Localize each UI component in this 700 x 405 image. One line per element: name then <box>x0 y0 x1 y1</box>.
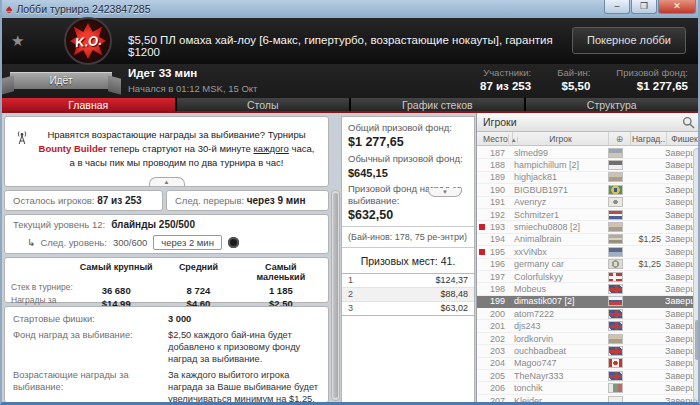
left-scrollbar-thumb[interactable] <box>333 193 338 398</box>
players-scrollbar[interactable] <box>693 148 700 401</box>
player-row[interactable]: 205TheNayr333Заверш. <box>477 370 700 382</box>
clock-icon <box>228 237 239 248</box>
player-row[interactable]: 195xxViNbxЗаверш. <box>477 246 700 258</box>
player-place: 188 <box>485 160 505 170</box>
player-name: lordkorvin <box>514 334 608 344</box>
tab-график-стеков[interactable]: График стеков <box>351 98 524 111</box>
country-flag-icon <box>608 197 623 207</box>
announcement-text: Нравятся возрастающие награды за выбиван… <box>35 128 318 169</box>
left-panel-scrollbar[interactable] <box>331 190 340 401</box>
players-column-headers: Место▲ Игрок ⊕ Наград.. Фишек <box>477 132 700 146</box>
player-name: Kleider <box>514 396 608 404</box>
player-row[interactable]: 190BIGBUB1971Заверш. <box>477 184 700 196</box>
column-chips[interactable]: Фишек <box>667 132 700 145</box>
tab-главная[interactable]: Главная <box>2 98 175 111</box>
prize-row[interactable]: 2$88,48 <box>342 288 474 302</box>
total-prize-label: Общий призовой фонд: <box>348 122 468 134</box>
stat-label: Бай-ин: <box>557 67 590 78</box>
prize-table: 1$124,372$88,483$63,02 <box>342 273 474 316</box>
header-stat: Участники:87 из 253 <box>480 67 531 92</box>
tab-столы[interactable]: Столы <box>177 98 350 111</box>
player-place: 187 <box>485 148 505 158</box>
country-flag-icon <box>608 222 623 232</box>
country-flag-icon <box>608 247 623 257</box>
poker-lobby-button[interactable]: Покерное лобби <box>572 27 686 54</box>
current-level-value: блайнды 250/500 <box>111 219 195 230</box>
player-place: 205 <box>485 371 505 381</box>
bounty-prize-value: $632,50 <box>348 208 468 222</box>
player-row[interactable]: 194Animalbrain$1,25Заверш. <box>477 234 700 246</box>
detail-value: За каждого выбитого игрока награда за Ва… <box>168 369 320 403</box>
country-flag-icon <box>608 234 623 244</box>
prize-row[interactable]: 1$124,37 <box>342 274 474 288</box>
player-name: hampichillum [2] <box>514 160 608 170</box>
country-flag-icon <box>608 334 623 344</box>
players-panel-header: Игроки <box>477 113 700 132</box>
prize-place: 3 <box>348 302 368 315</box>
player-row[interactable]: 193smiechu0808 [2]Заверш. <box>477 221 700 233</box>
player-row[interactable]: 196germany car$1,25Заверш. <box>477 259 700 271</box>
player-row[interactable]: 188hampichillum [2]Заверш. <box>477 159 700 171</box>
minimize-button[interactable]: – <box>604 0 630 14</box>
player-name: atom7222 <box>514 309 608 319</box>
player-name: slmed99 <box>514 148 608 158</box>
next-break-label: След. перерыв: <box>175 195 244 206</box>
titlebar[interactable]: ♠ Лобби турнира 2423847285 – ❐ ✕ <box>2 0 698 18</box>
column-player[interactable]: Игрок <box>513 132 609 145</box>
player-row[interactable]: 201djs243Заверш. <box>477 320 700 332</box>
player-row[interactable]: 198MobeusЗаверш. <box>477 283 700 295</box>
player-row[interactable]: 200atom7222Заверш. <box>477 308 700 320</box>
announcement-collapse-handle[interactable]: ▲ <box>149 177 185 186</box>
status-ribbon: Идёт <box>10 72 112 89</box>
player-row[interactable]: 197ColorfulskyyЗаверш. <box>477 271 700 283</box>
search-player-button[interactable] <box>681 115 696 129</box>
country-flag-icon <box>608 160 623 170</box>
detail-row: Стартовые фишки:3 000 <box>13 313 320 325</box>
column-place[interactable]: Место▲ <box>477 132 513 145</box>
country-globe-icon[interactable]: ⊕ <box>609 132 631 145</box>
player-row[interactable]: 187slmed99Заверш. <box>477 147 700 159</box>
next-level-timer: через 2 мин <box>153 235 222 250</box>
player-row[interactable]: 206tonchikЗаверш. <box>477 382 700 394</box>
detail-row: Возрастающие награды за выбивание:За каж… <box>13 369 320 403</box>
maximize-button[interactable]: ❐ <box>631 0 657 14</box>
player-place: 194 <box>485 234 505 244</box>
player-row[interactable]: 203ouchbadbeatЗаверш. <box>477 345 700 357</box>
details-list: Стартовые фишки:3 000Фонд наград за выби… <box>13 313 320 403</box>
player-place: 195 <box>485 247 505 257</box>
player-row[interactable]: 191AvenryzЗаверш. <box>477 197 700 209</box>
country-flag-icon <box>608 358 623 368</box>
player-award: $1,25 <box>628 234 661 244</box>
players-panel: Игроки Место▲ Игрок ⊕ Наград.. Фишек 187… <box>476 113 700 403</box>
prize-amount: $124,37 <box>368 274 468 287</box>
country-flag-icon <box>608 396 623 404</box>
player-place: 200 <box>485 309 505 319</box>
stack-column-header: Самый крупный <box>75 261 157 283</box>
player-place: 199 <box>485 296 505 306</box>
detail-value: 3 000 <box>168 313 320 325</box>
stat-value: $5,50 <box>557 80 590 92</box>
player-row[interactable]: 189highjack81Заверш. <box>477 172 700 184</box>
players-scrollbar-thumb[interactable] <box>695 320 699 360</box>
close-button[interactable]: ✕ <box>658 0 696 14</box>
stack-row-value: 8 724 <box>157 283 239 296</box>
player-row[interactable]: 204Magoo747Заверш. <box>477 358 700 370</box>
column-award[interactable]: Наград.. <box>631 132 667 145</box>
detail-label: Возрастающие награды за выбивание: <box>13 369 168 403</box>
player-name: djs243 <box>514 321 608 331</box>
player-row[interactable]: 207KleiderЗаверш. <box>477 395 700 403</box>
country-flag-icon <box>608 185 623 195</box>
player-place: 190 <box>485 185 505 195</box>
player-row[interactable]: 202lordkorvinЗаверш. <box>477 333 700 345</box>
player-place: 203 <box>485 346 505 356</box>
stack-column-header: Средний <box>157 261 239 283</box>
player-row[interactable]: 199dimastik007 [2]Заверш. <box>477 296 700 308</box>
tab-структура[interactable]: Структура <box>526 98 699 111</box>
favorite-star-icon[interactable]: ★ <box>11 32 24 50</box>
player-row[interactable]: 192Schmitzer1Заверш. <box>477 209 700 221</box>
running-time: Идет 33 мин <box>128 67 197 79</box>
prize-table-expand-handle[interactable]: ▼ <box>428 188 462 197</box>
next-break-box: След. перерыв: через 9 мин <box>166 190 329 211</box>
prize-row[interactable]: 3$63,02 <box>342 302 474 315</box>
paid-places: Призовых мест: 41. <box>348 255 468 267</box>
